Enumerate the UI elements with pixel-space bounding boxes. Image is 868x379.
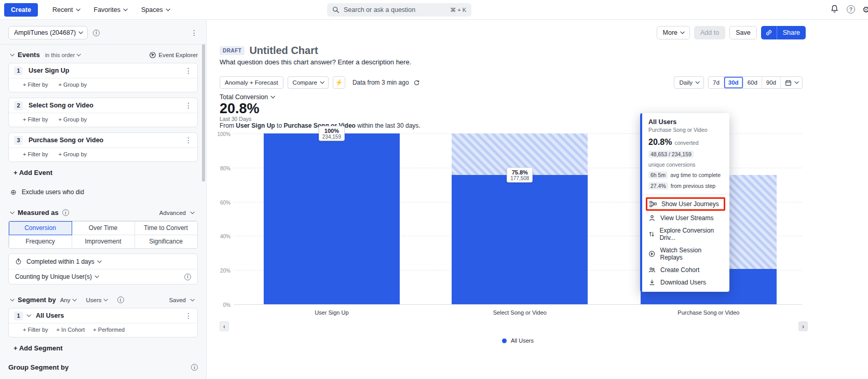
counting-by-dropdown[interactable]: Counting by Unique User(s) i [9, 269, 197, 284]
divider [642, 194, 729, 195]
filter-by-link[interactable]: + Filter by [23, 151, 48, 157]
event-kebab-menu-icon[interactable]: ⋮ [185, 137, 192, 144]
add-to-button[interactable]: Add to [694, 26, 725, 39]
anomaly-forecast-button[interactable]: Anomaly + Forecast [220, 76, 283, 89]
more-button[interactable]: More [657, 26, 690, 39]
help-icon[interactable]: ? [847, 5, 855, 13]
filter-by-link[interactable]: + Filter by [23, 82, 48, 88]
chart-page-left-button[interactable]: ‹ [220, 321, 229, 331]
tab-over-time[interactable]: Over Time [72, 221, 135, 235]
live-bolt-button[interactable]: ⚡ [333, 76, 345, 89]
popup-avg-time: 6h 5m [648, 171, 668, 179]
tab-time-to-convert[interactable]: Time to Convert [134, 221, 198, 235]
tab-improvement[interactable]: Improvement [72, 235, 135, 249]
group-by-link[interactable]: + Group by [59, 151, 87, 157]
menu-show-user-journeys[interactable]: Show User Journeys [647, 199, 724, 209]
segment-collapse-icon[interactable] [10, 297, 14, 301]
range-60d[interactable]: 60d [743, 77, 762, 88]
search-input[interactable]: Search or ask a question ⌘ + K [327, 3, 471, 17]
measured-collapse-icon[interactable] [10, 210, 14, 214]
sidebar-kebab-menu-icon[interactable]: ⋮ [191, 29, 198, 36]
chevron-down-icon [190, 210, 194, 214]
nav-recent[interactable]: Recent [52, 6, 79, 13]
top-nav: Create Recent Favorites Spaces Search or… [0, 0, 868, 20]
granularity-dropdown[interactable]: Daily [674, 76, 704, 89]
sidebar-scrollbar[interactable] [202, 44, 205, 182]
event-kebab-menu-icon[interactable]: ⋮ [185, 102, 192, 109]
completed-within-dropdown[interactable]: Completed within 1 days [9, 254, 197, 269]
events-collapse-icon[interactable] [10, 52, 14, 56]
saved-dropdown[interactable]: Saved [169, 297, 198, 303]
popup-subtitle: Purchase Song or Video [642, 127, 729, 133]
tab-conversion[interactable]: Conversion [9, 221, 72, 235]
events-order-dropdown[interactable]: in this order [45, 52, 84, 58]
segment-users-dropdown[interactable]: Users [86, 297, 111, 303]
range-7d[interactable]: 7d [709, 77, 724, 88]
highlight-annotation: Show User Journeys [646, 197, 725, 211]
create-button[interactable]: Create [4, 3, 38, 17]
bolt-icon: ⚡ [335, 79, 343, 86]
menu-explore-conversion-drivers[interactable]: Explore Conversion Driv... [642, 224, 729, 244]
segment-any-dropdown[interactable]: Any [60, 297, 80, 303]
exclude-users-button[interactable]: ⊕ Exclude users who did [10, 188, 198, 196]
nav-favorites[interactable]: Favorites [94, 6, 127, 13]
event-name[interactable]: Select Song or Video [29, 102, 93, 109]
measured-info-icon[interactable]: i [62, 209, 69, 216]
sort-arrows-icon [648, 231, 655, 238]
in-cohort-link[interactable]: + In Cohort [57, 327, 85, 333]
segment-expand-icon[interactable] [26, 313, 31, 317]
filter-by-link[interactable]: + Filter by [23, 327, 48, 333]
add-event-button[interactable]: + Add Event [13, 169, 198, 177]
performed-link[interactable]: + Performed [93, 327, 125, 333]
event-name[interactable]: Purchase Song or Video [29, 137, 103, 144]
data-freshness: Data from 3 min ago [352, 79, 420, 86]
group-by-link[interactable]: + Group by [59, 116, 87, 123]
chart-page-right-button[interactable]: › [798, 321, 808, 331]
chart-title[interactable]: Untitled Chart [249, 45, 318, 57]
nav-spaces[interactable]: Spaces [141, 6, 169, 13]
draft-badge: DRAFT [220, 46, 245, 55]
bar-converted [264, 133, 400, 304]
share-button[interactable]: Share [777, 26, 806, 39]
metric-dropdown[interactable]: Total Conversion [220, 93, 274, 101]
project-selector[interactable]: AmpliTunes (204687) [8, 26, 88, 39]
counting-info-icon[interactable]: i [184, 274, 191, 280]
group-segment-info-icon[interactable]: i [191, 364, 198, 371]
advanced-dropdown[interactable]: Advanced [159, 210, 198, 216]
segment-info-icon[interactable]: i [117, 296, 124, 303]
settings-gear-icon[interactable]: ⚙ [862, 5, 868, 15]
notifications-bell-icon[interactable] [830, 4, 839, 15]
legend-label[interactable]: All Users [511, 337, 534, 344]
popup-ratio-label: unique conversions [648, 161, 695, 168]
tab-frequency[interactable]: Frequency [9, 235, 72, 249]
project-info-icon[interactable]: i [93, 30, 100, 36]
popup-prev-step-pct: 27.4% [648, 182, 668, 190]
menu-view-user-streams[interactable]: View User Streams [642, 212, 729, 224]
menu-watch-session-replays[interactable]: Watch Session Replays [642, 244, 729, 264]
compare-dropdown[interactable]: Compare [288, 76, 329, 89]
save-button[interactable]: Save [729, 26, 757, 39]
event-kebab-menu-icon[interactable]: ⋮ [185, 67, 192, 74]
chart-description[interactable]: What question does this chart answer? En… [220, 58, 411, 66]
menu-create-cohort[interactable]: Create Cohort [642, 264, 729, 276]
copy-link-button[interactable] [761, 26, 777, 39]
group-by-link[interactable]: + Group by [59, 82, 87, 88]
segment-kebab-menu-icon[interactable]: ⋮ [185, 312, 192, 319]
share-split-button[interactable]: Share [761, 26, 806, 39]
add-segment-button[interactable]: + Add Segment [13, 344, 198, 352]
range-90d[interactable]: 90d [762, 77, 781, 88]
segment-name[interactable]: All Users [36, 312, 64, 319]
tab-significance[interactable]: Significance [134, 235, 198, 249]
event-explorer-button[interactable]: Event Explorer [149, 51, 198, 59]
y-tick: 40% [217, 234, 230, 239]
filter-by-link[interactable]: + Filter by [23, 116, 48, 123]
date-picker-button[interactable] [781, 77, 802, 88]
refresh-icon[interactable] [413, 79, 420, 86]
user-icon [648, 214, 656, 222]
funnel-bar-user-sign-up[interactable]: 100% 234,159 User Sign Up [264, 133, 400, 304]
event-name[interactable]: User Sign Up [29, 67, 70, 74]
menu-download-users[interactable]: Download Users [642, 276, 729, 289]
chevron-down-icon [76, 7, 80, 11]
range-30d[interactable]: 30d [724, 77, 743, 88]
funnel-bar-select-song[interactable]: 75.8% 177,508 Select Song or Video [452, 133, 588, 304]
